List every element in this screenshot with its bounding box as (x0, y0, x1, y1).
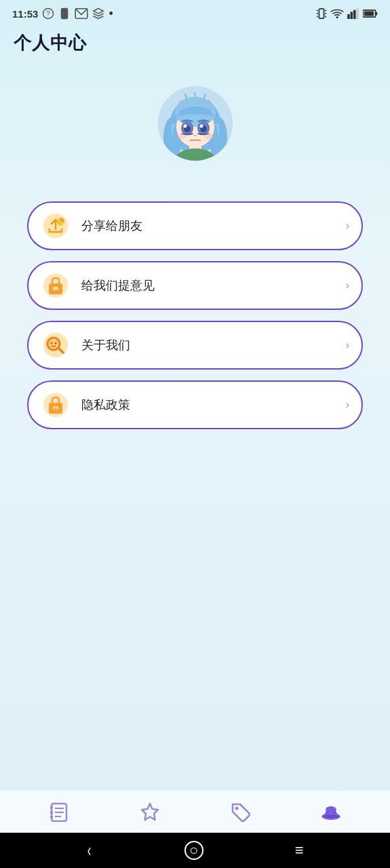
privacy-icon-wrapper (41, 390, 71, 420)
feedback-icon-wrapper (41, 271, 71, 300)
svg-rect-44 (53, 287, 58, 290)
share-icon-wrapper (41, 211, 71, 241)
svg-text:?: ? (46, 9, 50, 18)
status-icons (316, 7, 378, 20)
status-bar: 11:53 ? • (0, 0, 390, 24)
svg-point-54 (55, 408, 57, 410)
share-arrow: › (346, 220, 349, 232)
svg-point-36 (199, 125, 203, 128)
nav-item-notebook[interactable] (38, 799, 80, 825)
svg-point-38 (204, 134, 214, 139)
privacy-arrow: › (346, 399, 349, 411)
question-icon: ? (42, 7, 54, 20)
about-arrow: › (346, 339, 349, 351)
svg-rect-15 (356, 8, 359, 19)
svg-rect-17 (364, 12, 374, 16)
about-label: 关于我们 (81, 337, 346, 353)
svg-rect-4 (319, 9, 324, 18)
nav-item-tag[interactable] (219, 799, 261, 825)
menu-item-about[interactable]: 关于我们 › (27, 321, 363, 370)
share-icon (43, 213, 69, 239)
svg-rect-57 (50, 811, 53, 814)
svg-point-47 (49, 339, 58, 349)
nav-item-profile[interactable] (310, 799, 352, 825)
privacy-label: 隐私政策 (81, 397, 346, 413)
about-icon (43, 332, 69, 358)
bottom-nav (0, 791, 390, 833)
menu-item-feedback[interactable]: 给我们提意见 › (27, 261, 363, 310)
svg-rect-2 (61, 8, 69, 20)
feedback-arrow: › (346, 279, 349, 292)
menu-item-share[interactable]: 分享给朋友 › (27, 201, 363, 250)
svg-point-63 (235, 807, 239, 810)
page-title: 个人中心 (0, 24, 390, 59)
svg-rect-13 (351, 12, 353, 19)
phone-icon (58, 7, 71, 20)
svg-rect-58 (50, 816, 53, 818)
svg-rect-12 (347, 14, 350, 19)
svg-point-37 (177, 134, 187, 139)
svg-rect-14 (353, 10, 356, 19)
svg-point-11 (336, 16, 338, 18)
share-label: 分享给朋友 (81, 218, 346, 234)
avatar-image (158, 86, 233, 161)
status-left: 11:53 ? • (12, 7, 113, 21)
back-button[interactable]: ‹ (87, 840, 92, 861)
privacy-icon (43, 392, 69, 418)
svg-rect-56 (50, 806, 53, 809)
status-dot: • (109, 7, 113, 21)
svg-rect-18 (376, 12, 378, 15)
home-button[interactable]: ○ (184, 841, 203, 860)
notebook-nav-icon (49, 802, 69, 822)
feedback-label: 给我们提意见 (81, 277, 346, 294)
feedback-icon (43, 273, 69, 298)
svg-point-35 (183, 125, 187, 128)
nav-item-star[interactable] (129, 799, 171, 825)
system-nav: ‹ ○ ≡ (0, 833, 390, 868)
star-nav-icon (140, 802, 160, 822)
wifi-icon (330, 8, 344, 19)
svg-point-48 (51, 342, 53, 344)
svg-marker-62 (142, 804, 158, 820)
box-icon (92, 7, 104, 20)
battery-icon (363, 9, 378, 18)
menu-item-privacy[interactable]: 隐私政策 › (27, 380, 363, 429)
menu-button[interactable]: ≡ (295, 842, 304, 859)
profile-nav-icon (321, 802, 341, 822)
svg-point-49 (55, 342, 57, 344)
vibrate-icon (316, 7, 327, 20)
signal-icon (347, 8, 359, 19)
svg-point-65 (326, 806, 336, 813)
tag-nav-icon (230, 802, 250, 822)
about-icon-wrapper (41, 330, 71, 360)
avatar-section (0, 59, 390, 201)
mail-icon (75, 8, 88, 19)
status-time: 11:53 (12, 8, 38, 20)
menu-list: 分享给朋友 › 给我们提意见 › (0, 201, 390, 868)
avatar-wrapper[interactable] (158, 86, 233, 161)
